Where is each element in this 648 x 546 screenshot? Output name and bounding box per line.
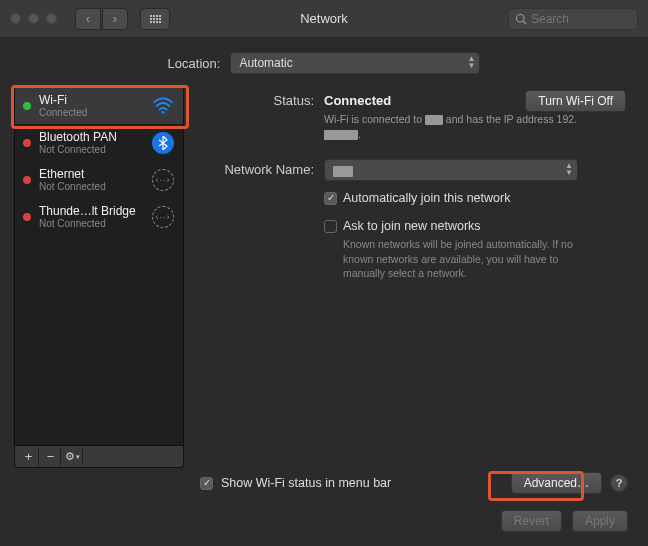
auto-join-label: Automatically join this network bbox=[343, 191, 510, 205]
help-button[interactable]: ? bbox=[610, 474, 628, 492]
sidebar-item-ethernet[interactable]: Ethernet Not Connected ‹··› bbox=[15, 161, 183, 198]
location-label: Location: bbox=[168, 56, 221, 71]
sidebar-item-sub: Not Connected bbox=[39, 181, 143, 192]
advanced-button[interactable]: Advanced… bbox=[511, 472, 602, 494]
updown-icon: ▲▼ bbox=[565, 162, 573, 176]
sidebar-item-sub: Connected bbox=[39, 107, 143, 118]
status-description: Wi-Fi is connected to and has the IP add… bbox=[324, 112, 584, 141]
sidebar-item-name: Thunde…lt Bridge bbox=[39, 204, 143, 218]
interface-list: Wi-Fi Connected Bluetooth PAN Not Connec… bbox=[14, 86, 184, 446]
bluetooth-icon bbox=[151, 131, 175, 155]
network-name-value bbox=[333, 163, 353, 177]
traffic-lights bbox=[10, 13, 57, 24]
redacted-ssid bbox=[333, 166, 353, 177]
status-dot-icon bbox=[23, 139, 31, 147]
ethernet-icon: ‹··› bbox=[151, 205, 175, 229]
forward-button[interactable]: › bbox=[102, 8, 128, 30]
ask-join-description: Known networks will be joined automatica… bbox=[343, 237, 603, 280]
show-status-label: Show Wi-Fi status in menu bar bbox=[221, 476, 503, 490]
search-field[interactable] bbox=[508, 8, 638, 30]
status-dot-icon bbox=[23, 213, 31, 221]
status-value: Connected bbox=[324, 90, 391, 108]
status-label: Status: bbox=[198, 90, 324, 141]
redacted-ip bbox=[324, 130, 358, 140]
checkbox-icon[interactable] bbox=[324, 220, 337, 233]
footer: Revert Apply bbox=[0, 504, 648, 546]
status-dot-icon bbox=[23, 176, 31, 184]
remove-interface-button[interactable]: − bbox=[41, 448, 61, 466]
auto-join-row[interactable]: Automatically join this network bbox=[324, 191, 628, 205]
checkbox-icon[interactable] bbox=[324, 192, 337, 205]
updown-icon: ▲▼ bbox=[467, 55, 475, 69]
add-interface-button[interactable]: + bbox=[19, 448, 39, 466]
bottom-row: Show Wi-Fi status in menu bar Advanced… … bbox=[0, 468, 648, 504]
wifi-toggle-button[interactable]: Turn Wi-Fi Off bbox=[525, 90, 626, 112]
grid-icon bbox=[150, 15, 161, 23]
main-panel: Status: Connected Turn Wi-Fi Off Wi-Fi i… bbox=[192, 86, 634, 468]
location-select[interactable]: Automatic ▲▼ bbox=[230, 52, 480, 74]
minimize-icon[interactable] bbox=[28, 13, 39, 24]
sidebar-item-name: Bluetooth PAN bbox=[39, 130, 143, 144]
wifi-icon bbox=[151, 94, 175, 118]
sidebar-item-name: Wi-Fi bbox=[39, 93, 143, 107]
show-all-button[interactable] bbox=[140, 8, 170, 30]
network-name-label: Network Name: bbox=[198, 159, 324, 280]
zoom-icon[interactable] bbox=[46, 13, 57, 24]
svg-line-1 bbox=[523, 21, 526, 24]
close-icon[interactable] bbox=[10, 13, 21, 24]
sidebar-column: Wi-Fi Connected Bluetooth PAN Not Connec… bbox=[14, 86, 184, 468]
sidebar-item-thunderbolt[interactable]: Thunde…lt Bridge Not Connected ‹··› bbox=[15, 198, 183, 235]
sidebar-item-sub: Not Connected bbox=[39, 144, 143, 155]
search-input[interactable] bbox=[531, 12, 621, 26]
ask-join-label: Ask to join new networks bbox=[343, 219, 481, 233]
sidebar-item-name: Ethernet bbox=[39, 167, 143, 181]
location-value: Automatic bbox=[239, 56, 292, 70]
ask-join-row[interactable]: Ask to join new networks bbox=[324, 219, 628, 233]
sidebar-item-sub: Not Connected bbox=[39, 218, 143, 229]
status-dot-icon bbox=[23, 102, 31, 110]
network-name-select[interactable]: ▲▼ bbox=[324, 159, 578, 181]
nav-buttons: ‹ › bbox=[75, 8, 128, 30]
svg-point-2 bbox=[162, 110, 165, 113]
content-body: Wi-Fi Connected Bluetooth PAN Not Connec… bbox=[0, 86, 648, 468]
redacted-ssid bbox=[425, 115, 443, 125]
search-icon bbox=[515, 13, 527, 25]
location-row: Location: Automatic ▲▼ bbox=[0, 38, 648, 86]
apply-button[interactable]: Apply bbox=[572, 510, 628, 532]
interface-actions-button[interactable]: ⚙︎▾ bbox=[63, 448, 83, 466]
sidebar-item-bluetooth[interactable]: Bluetooth PAN Not Connected bbox=[15, 124, 183, 161]
ethernet-icon: ‹··› bbox=[151, 168, 175, 192]
network-prefs-window: ‹ › Network Location: Automatic ▲▼ bbox=[0, 0, 648, 546]
back-button[interactable]: ‹ bbox=[75, 8, 101, 30]
checkbox-icon[interactable] bbox=[200, 477, 213, 490]
revert-button[interactable]: Revert bbox=[501, 510, 562, 532]
svg-point-0 bbox=[517, 14, 525, 22]
sidebar-footer: + − ⚙︎▾ bbox=[14, 446, 184, 468]
sidebar-item-wifi[interactable]: Wi-Fi Connected bbox=[15, 87, 183, 124]
titlebar: ‹ › Network bbox=[0, 0, 648, 38]
